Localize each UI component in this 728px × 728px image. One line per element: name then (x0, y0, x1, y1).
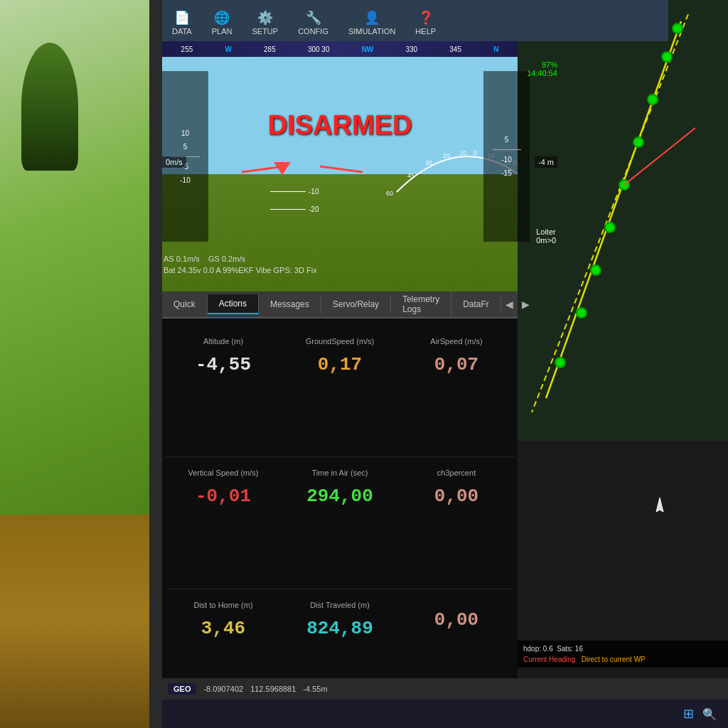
ch3pct-label: ch3percent (437, 469, 476, 477)
altitude-coord: -4.55m (303, 685, 327, 693)
groundspeed-label: GS 0.2m/s (208, 255, 245, 263)
right-alt-indicator: -4 m (535, 156, 557, 168)
svg-text:10: 10 (459, 149, 466, 156)
latitude: -8.0907402 (203, 685, 243, 693)
altitude-scale-right: 5 -10 -15 (483, 71, 530, 242)
left-speed-indicator: 0m/s (162, 156, 186, 168)
windows-logo[interactable]: ⊞ (683, 706, 694, 722)
map-svg (518, 0, 728, 728)
menu-item-plan[interactable]: 🌐 PLAN (202, 7, 242, 38)
vertspeed-value: -0,01 (196, 486, 251, 507)
svg-point-23 (555, 358, 565, 368)
pitch-scale: -10 -20 (270, 178, 327, 223)
altitude-cell: Altitude (m) -4,55 (165, 326, 282, 457)
hud-speed-status: AS 0.1m/s GS 0.2m/s (164, 255, 245, 263)
groundspeed-label: GroundSpeed (m/s) (306, 337, 375, 346)
timeinair-cell: Time in Air (sec) 294,00 (282, 457, 398, 589)
menu-item-config[interactable]: 🔧 CONFIG (288, 7, 338, 38)
config-icon: 🔧 (306, 10, 321, 26)
tab-servo-relay[interactable]: Servo/Relay (321, 295, 391, 314)
tab-telemetry-logs[interactable]: Telemetry Logs (391, 290, 451, 318)
menu-label-config: CONFIG (298, 27, 328, 36)
simulation-icon: 👤 (364, 10, 380, 26)
longitude: 112.5968881 (250, 685, 296, 693)
tab-bar: Quick Actions Messages Servo/Relay Telem… (162, 291, 518, 318)
data-panel: Altitude (m) -4,55 GroundSpeed (m/s) 0,1… (162, 318, 518, 728)
ch3pct-cell: ch3percent 0,00 (398, 457, 515, 589)
geo-label: GEO (168, 683, 196, 695)
groundspeed-value: 0,17 (318, 354, 362, 375)
disthome-value: 3,46 (201, 618, 245, 639)
menu-item-help[interactable]: ❓ HELP (405, 7, 446, 38)
airspeed-label: AS 0.1m/s (164, 255, 200, 263)
altitude-value: -4,55 (196, 354, 251, 375)
windows-search-icon[interactable]: 🔍 (702, 707, 717, 721)
menu-item-data[interactable]: 📄 DATA (162, 7, 202, 38)
menu-item-setup[interactable]: ⚙️ SETUP (242, 7, 288, 38)
hud-top-info: 97% 14:40:54 (527, 60, 557, 77)
svg-text:60: 60 (386, 190, 393, 197)
tab-scroll-controls: ◀ ▶ (501, 296, 534, 313)
coordinate-bar: GEO -8.0907402 112.5968881 -4.55m (162, 678, 728, 700)
svg-point-21 (591, 265, 601, 275)
groundspeed-cell: GroundSpeed (m/s) 0,17 (282, 326, 398, 457)
flight-mode: Loiter 0m>0 (536, 228, 556, 245)
table-surface (0, 515, 164, 728)
tab-scroll-right[interactable]: ▶ (518, 296, 534, 313)
disttraveled-value: 824,89 (306, 618, 373, 639)
menu-item-simulation[interactable]: 👤 SIMULATION (338, 7, 405, 38)
airspeed-value: 0,07 (434, 354, 478, 375)
svg-point-16 (662, 52, 672, 62)
menu-label-setup: SETUP (252, 27, 278, 36)
altitude-label: Altitude (m) (203, 337, 243, 346)
svg-text:30: 30 (425, 159, 432, 166)
svg-point-22 (577, 308, 587, 318)
svg-text:20: 20 (443, 152, 450, 159)
setup-icon: ⚙️ (257, 10, 273, 26)
heading-info: Current Heading Direct to current WP (523, 654, 722, 665)
map-area (518, 0, 728, 728)
help-icon: ❓ (418, 10, 434, 26)
menu-label-data: DATA (172, 27, 192, 36)
hdop-info: hdop: 0.6 Sats: 16 (523, 643, 722, 654)
svg-point-20 (605, 223, 615, 232)
svg-line-11 (320, 166, 363, 172)
map-status-bar: hdop: 0.6 Sats: 16 Current Heading Direc… (518, 641, 728, 668)
plan-icon: 🌐 (214, 10, 230, 26)
compass-nav-bar: 255 W 285 300 30 NW 330 345 N (162, 41, 518, 57)
timeinair-value: 294,00 (306, 486, 373, 507)
ch3pct-value: 0,00 (434, 486, 478, 507)
loiter-label: Loiter (536, 228, 556, 236)
menu-label-plan: PLAN (212, 27, 232, 36)
loiter-dist: 0m>0 (536, 236, 556, 245)
svg-text:45: 45 (407, 172, 414, 179)
menu-label-simulation: SIMULATION (348, 27, 395, 36)
airspeed-label: AirSpeed (m/s) (430, 337, 482, 346)
current-time: 14:40:54 (527, 69, 557, 77)
battery-percentage: 97% (527, 60, 557, 69)
vertspeed-cell: Vertical Speed (m/s) -0,01 (165, 457, 282, 589)
horizon-chevron (242, 164, 363, 174)
svg-text:0: 0 (473, 149, 477, 156)
timeinair-label: Time in Air (sec) (311, 469, 368, 477)
tab-scroll-left[interactable]: ◀ (501, 296, 518, 313)
tab-actions[interactable]: Actions (208, 294, 259, 314)
disthome-label: Dist to Home (m) (193, 601, 252, 609)
data-icon: 📄 (174, 10, 190, 26)
disttraveled-label: Dist Traveled (m) (310, 601, 370, 609)
airspeed-cell: AirSpeed (m/s) 0,07 (398, 326, 515, 457)
extra-value: 0,00 (434, 609, 478, 631)
svg-point-18 (633, 137, 643, 147)
svg-point-15 (673, 23, 682, 33)
tab-datafr[interactable]: DataFr (451, 295, 501, 314)
hud-battery-status: Bat 24.35v 0.0 A 99%EKF Vibe GPS: 3D Fix (164, 266, 317, 274)
tree-silhouette (21, 43, 78, 171)
menu-bar: 📄 DATA 🌐 PLAN ⚙️ SETUP 🔧 CONFIG 👤 SIMULA… (162, 0, 668, 41)
disarmed-status: DISARMED (162, 110, 518, 141)
tab-quick[interactable]: Quick (162, 295, 208, 314)
vertspeed-label: Vertical Speed (m/s) (188, 469, 258, 477)
windows-taskbar: ⊞ 🔍 (162, 700, 728, 728)
svg-line-10 (242, 166, 284, 172)
tab-messages[interactable]: Messages (259, 295, 321, 314)
svg-point-17 (648, 95, 658, 105)
